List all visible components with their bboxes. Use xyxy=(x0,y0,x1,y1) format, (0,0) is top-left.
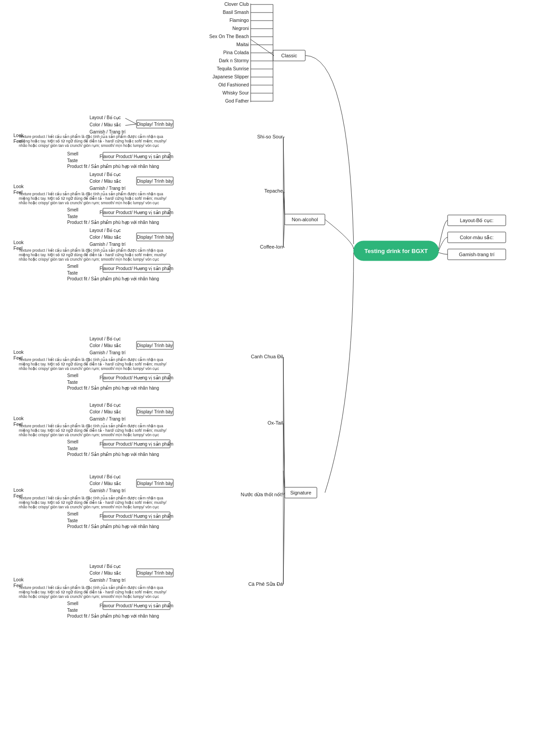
gamish-label: Gamish-trang trí xyxy=(459,252,494,257)
garnish-1: Garnish / Trang trí xyxy=(90,129,126,134)
mind-map: Testing drink for BGXT Layout-Bố cục: Co… xyxy=(0,0,555,756)
display-canh: Display/ Trình bày xyxy=(137,343,173,348)
layout-canh: Layout / Bố cục xyxy=(90,336,121,341)
oxtail-label: Ox-Tail xyxy=(268,420,283,425)
texture-caphe-b: miệng hoặc tay. Một số từ ngữ dùng để di… xyxy=(19,589,166,594)
color-label: Color-màu sắc: xyxy=(460,235,493,240)
classic-label: Classic xyxy=(281,53,297,58)
texture-caphe-c: nhão hoặc crispy/ giòn tan và crunch/ gi… xyxy=(19,594,159,599)
non-alcohol-label: Non-alcohol xyxy=(292,217,318,222)
sex-on-beach: Sex On The Beach xyxy=(209,34,249,39)
taste-nuoc: Taste xyxy=(67,518,78,523)
smell-1: Smell xyxy=(67,151,78,156)
texture-nuoc-a: Texture product / kết cấu sản phẩm là đặ… xyxy=(19,495,163,500)
dark-stormy: Dark n Stormy xyxy=(219,58,249,63)
look-oxtail: Look xyxy=(13,416,24,421)
flavour-label-1: Flavour Product/ Hương vị sản phẩm xyxy=(100,154,174,159)
layout-coffee: Layout / Bố cục xyxy=(90,228,121,233)
look-nuoc: Look xyxy=(13,487,24,493)
line-gamish xyxy=(439,253,448,254)
line-signature-center xyxy=(325,253,354,493)
basil-smash: Basil Smash xyxy=(223,9,249,15)
texture-coffee-a: Texture product / kết cấu sản phẩm là đặ… xyxy=(19,248,163,253)
japanese-slipper: Japanese Slipper xyxy=(213,74,249,79)
flavour-coffee: Flavour Product/ Hương vị sản phẩm xyxy=(100,266,174,271)
display-coffee: Display/ Trình bày xyxy=(137,235,173,240)
smell-tepache: Smell xyxy=(67,207,78,212)
texture-tepache-a: Texture product / kết cấu sản phẩm là đặ… xyxy=(19,191,163,196)
flavour-tepache: Flavour Product/ Hương vị sản phẩm xyxy=(100,210,174,215)
texture-canh-c: nhão hoặc crispy/ giòn tan và crunch/ gi… xyxy=(19,366,159,371)
texture-desc-1b: miệng hoặc tay. Một số từ ngữ dùng để di… xyxy=(19,138,166,143)
flavour-oxtail: Flavour Product/ Hương vị sản phẩm xyxy=(100,442,174,447)
smell-oxtail: Smell xyxy=(67,439,78,444)
texture-caphe-a: Texture product / kết cấu sản phẩm là đặ… xyxy=(19,585,163,590)
color-oxtail: Color / Màu sắc xyxy=(90,409,121,414)
flavour-canh: Flavour Product/ Hương vị sản phẩm xyxy=(100,375,174,380)
color-tepache: Color / Màu sắc xyxy=(90,179,121,184)
clover-club: Clover Club xyxy=(224,1,249,7)
smell-coffee: Smell xyxy=(67,264,78,269)
product-fit-tepache: Product fit / Sản phẩm phù hợp với nhãn … xyxy=(67,220,159,225)
caphe-label: Cà Phê Sữa Đá xyxy=(248,581,283,587)
taste-1: Taste xyxy=(67,158,78,163)
garnish-coffee: Garnish / Trang trí xyxy=(90,242,126,247)
layout-oxtail: Layout / Bố cục xyxy=(90,403,121,408)
texture-coffee-c: nhão hoặc crispy/ giòn tan và crunch/ gi… xyxy=(19,257,159,262)
tequila-sunrise: Tequila Sunrise xyxy=(217,66,249,71)
smell-nuoc: Smell xyxy=(67,511,78,516)
texture-oxtail-b: miệng hoặc tay. Một số từ ngữ dùng để di… xyxy=(19,428,166,433)
maitai: Maitai xyxy=(236,42,249,47)
taste-tepache: Taste xyxy=(67,214,78,219)
texture-canh-b: miệng hoặc tay. Một số từ ngữ dùng để di… xyxy=(19,361,166,366)
signature-label: Signature xyxy=(290,490,311,495)
look-canh: Look xyxy=(13,349,24,355)
flavour-caphe: Flavour Product/ Hương vị sản phẩm xyxy=(100,603,174,608)
garnish-oxtail: Garnish / Trang trí xyxy=(90,417,126,421)
taste-oxtail: Taste xyxy=(67,446,78,451)
texture-coffee-b: miệng hoặc tay. Một số từ ngữ dùng để di… xyxy=(19,252,166,257)
flavour-nuoc: Flavour Product/ Hương vị sản phẩm xyxy=(100,514,174,519)
product-fit-caphe: Product fit / Sản phẩm phù hợp với nhãn … xyxy=(67,614,159,619)
display-label-1: Display/ Trình bày xyxy=(137,122,173,127)
look-feel-tepache: Look xyxy=(13,184,24,189)
taste-coffee: Taste xyxy=(67,271,78,275)
look-caphe: Look xyxy=(13,577,24,582)
garnish-tepache: Garnish / Trang trí xyxy=(90,186,126,191)
layout-nuoc: Layout / Bố cục xyxy=(90,474,121,479)
nuoc-dua-label: Nước dừa thốt nốt! xyxy=(241,492,283,497)
old-fashioned: Old Fashioned xyxy=(218,82,249,87)
tepache-label: Tepache xyxy=(264,188,283,193)
garnish-caphe: Garnish / Trang trí xyxy=(90,578,126,583)
shiso-sour-label: Shi-so Sour xyxy=(257,134,283,139)
layout-tepache: Layout / Bố cục xyxy=(90,172,121,177)
texture-canh-a: Texture product / kết cấu sản phẩm là đặ… xyxy=(19,357,163,362)
color-1: Color / Màu sắc xyxy=(90,122,121,127)
color-caphe: Color / Màu sắc xyxy=(90,571,121,576)
whisky-sour: Whisky Sour xyxy=(222,90,249,95)
texture-oxtail-a: Texture product / kết cấu sản phẩm là đặ… xyxy=(19,423,163,428)
layout-label: Layout-Bố cục: xyxy=(460,218,493,223)
texture-desc-1c: nhão hoặc crispy/ giòn tan và crunch/ gi… xyxy=(19,143,159,148)
display-caphe: Display/ Trình bày xyxy=(137,571,173,576)
product-fit-nuoc: Product fit / Sản phẩm phù hợp với nhãn … xyxy=(67,524,159,529)
color-nuoc: Color / Màu sắc xyxy=(90,481,121,486)
texture-tepache-c: nhão hoặc crispy/ giòn tan và crunch/ gi… xyxy=(19,201,159,205)
texture-tepache-b: miệng hoặc tay. Một số từ ngữ dùng để di… xyxy=(19,196,166,201)
line-sex xyxy=(251,39,274,56)
line-layout-1 xyxy=(125,118,137,124)
line-nonalcohol-center xyxy=(325,219,354,249)
line-color xyxy=(439,237,448,251)
pina-colada: Pina Colada xyxy=(223,50,249,55)
taste-caphe: Taste xyxy=(67,608,78,613)
line-color-1 xyxy=(125,124,137,125)
product-fit-coffee: Product fit / Sản phẩm phù hợp với nhãn … xyxy=(67,276,159,281)
display-nuoc: Display/ Trình bày xyxy=(137,481,173,486)
taste-canh: Taste xyxy=(67,380,78,385)
smell-canh: Smell xyxy=(67,373,78,378)
layout-1: Layout / Bố cục xyxy=(90,115,121,120)
garnish-nuoc: Garnish / Trang trí xyxy=(90,488,126,493)
display-oxtail: Display/ Trình bày xyxy=(137,409,173,414)
canh-chua-label: Canh Chua Đil xyxy=(251,354,283,359)
flamingo: Flamingo xyxy=(230,17,249,23)
